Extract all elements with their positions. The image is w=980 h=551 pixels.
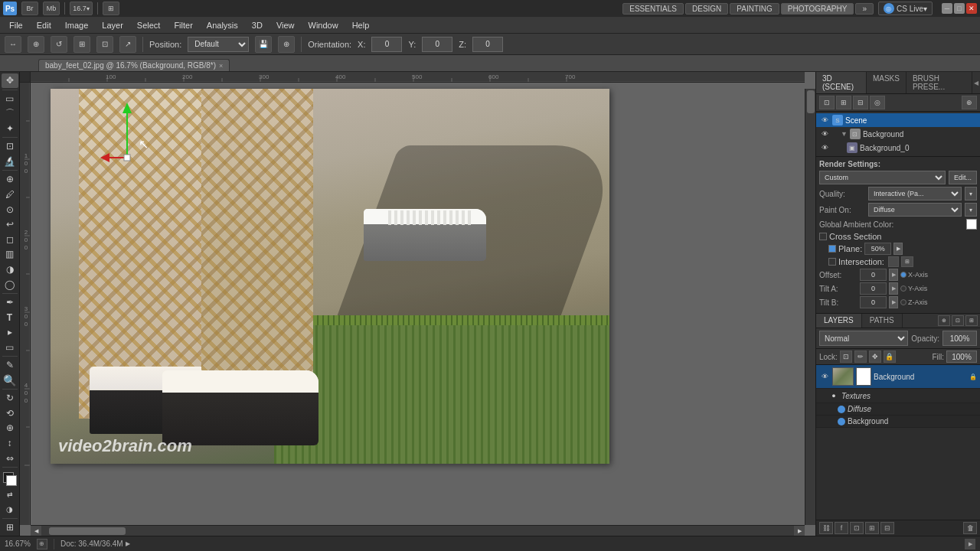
menu-layer[interactable]: Layer <box>96 19 129 31</box>
ambient-color-swatch[interactable] <box>966 219 977 230</box>
tab-3d-scene[interactable]: 3D (SCENE) <box>816 72 867 93</box>
scene-tool-4[interactable]: ◎ <box>870 96 885 109</box>
scene-tool-1[interactable]: ⊡ <box>819 96 835 109</box>
menu-view[interactable]: View <box>270 19 301 31</box>
add-mask-btn[interactable]: ⊡ <box>850 522 864 534</box>
layer-visibility-eye[interactable]: 👁 <box>819 371 830 382</box>
screen-mode-button[interactable]: ⊞ <box>2 520 18 534</box>
intersection-color[interactable] <box>888 256 899 267</box>
y-axis-radio[interactable]: Y-Axis <box>900 285 927 292</box>
foreground-color[interactable] <box>2 471 18 485</box>
arrangement-button[interactable]: 16.7 ▾ <box>70 2 93 15</box>
scene-tool-5[interactable]: ⊕ <box>962 96 977 109</box>
tab-paths[interactable]: PATHS <box>862 314 903 328</box>
tab-close[interactable]: × <box>219 62 223 70</box>
plane-checkbox[interactable] <box>828 245 836 253</box>
cs-live-button[interactable]: ◎ CS Live▾ <box>878 2 933 15</box>
scene-arrow-bg[interactable]: ▼ <box>841 130 848 138</box>
doc-size-arrow[interactable]: ▶ <box>126 540 130 547</box>
rotate-3d-tool[interactable]: ↻ <box>2 391 18 406</box>
lock-position-btn[interactable]: ✥ <box>869 350 881 363</box>
essentials-button[interactable]: ESSENTIALS <box>622 3 684 15</box>
menu-edit[interactable]: Edit <box>31 19 57 31</box>
menu-analysis[interactable]: Analysis <box>201 19 244 31</box>
menu-3d[interactable]: 3D <box>246 19 269 31</box>
clone-tool[interactable]: ⊙ <box>2 202 18 217</box>
plane-value-input[interactable] <box>864 243 891 255</box>
sub-item-diffuse[interactable]: Diffuse <box>816 403 980 416</box>
minimize-button[interactable]: ─ <box>942 3 952 14</box>
options-btn-extra[interactable]: ⊕ <box>278 36 295 53</box>
plane-increment[interactable]: ▶ <box>893 243 903 255</box>
quality-arrow[interactable]: ▾ <box>965 187 977 201</box>
canvas-scrollbar-vertical[interactable] <box>805 89 815 525</box>
menu-help[interactable]: Help <box>346 19 376 31</box>
eyedropper-tool[interactable]: 🔬 <box>2 155 18 169</box>
save-position-btn[interactable]: 💾 <box>255 36 272 53</box>
z-axis-radio[interactable]: Z-Axis <box>900 298 928 306</box>
zoom-tool[interactable]: 🔍 <box>2 373 18 388</box>
tilt-b-input[interactable] <box>860 296 887 308</box>
scene-tool-2[interactable]: ⊞ <box>836 96 851 109</box>
note-tool[interactable]: ✎ <box>2 358 18 373</box>
mini-bridge-button[interactable]: Mb <box>43 2 60 15</box>
tilt-a-increment[interactable]: ▶ <box>889 282 898 295</box>
new-group-btn[interactable]: ⊞ <box>865 522 879 534</box>
intersection-checkbox[interactable] <box>828 258 836 266</box>
layer-item-background[interactable]: 👁 Background 🔒 <box>816 365 980 389</box>
fill-input[interactable] <box>946 350 977 363</box>
history-brush-tool[interactable]: ↩ <box>2 217 18 232</box>
3d-tool-3[interactable]: ⊕ <box>2 421 18 435</box>
position-select[interactable]: Default <box>188 37 249 52</box>
eraser-tool[interactable]: ◻ <box>2 232 18 246</box>
workspace-button[interactable]: ⊞ <box>103 2 119 15</box>
scroll-right-btn[interactable]: ▶ <box>794 526 805 536</box>
layers-3d-icon[interactable]: ⊡ <box>952 315 964 326</box>
scene-item-scene[interactable]: 👁 S Scene <box>816 113 980 127</box>
menu-file[interactable]: File <box>3 19 29 31</box>
scroll-thumb-vertical[interactable] <box>807 90 815 113</box>
new-layer-btn[interactable]: ⊟ <box>880 522 894 534</box>
layer-lock-icon[interactable]: 🔒 <box>969 373 977 380</box>
layers-camera-icon[interactable]: ⊕ <box>938 315 950 326</box>
document-tab[interactable]: baby_feet_02.jpg @ 16.7% (Background, RG… <box>38 59 230 71</box>
textures-eye[interactable]: ● <box>828 390 839 401</box>
shape-tool[interactable]: ▭ <box>2 340 18 354</box>
scroll-left-btn[interactable]: ◀ <box>31 526 41 536</box>
x-axis-radio[interactable]: X-Axis <box>900 271 928 279</box>
tool-options-btn-3[interactable]: ↺ <box>51 36 67 53</box>
blend-mode-select[interactable]: Normal <box>819 331 908 346</box>
brush-tool[interactable]: 🖊 <box>2 187 18 202</box>
painting-button[interactable]: PAINTING <box>730 3 779 15</box>
quick-mask-button[interactable]: ◑ <box>2 502 18 517</box>
delete-layer-btn[interactable]: 🗑 <box>963 522 977 534</box>
eye-icon-background-0[interactable]: 👁 <box>819 142 830 153</box>
tool-options-btn-6[interactable]: ↗ <box>119 36 136 53</box>
render-edit-btn[interactable]: Edit... <box>949 171 977 184</box>
tool-options-btn-5[interactable]: ⊡ <box>96 36 113 53</box>
paint-on-arrow[interactable]: ▾ <box>965 203 977 217</box>
h-scroll-arrow[interactable]: ▶ <box>965 539 975 549</box>
3d-tool-2[interactable]: ⟲ <box>2 406 18 421</box>
intersection-menu[interactable]: ⊞ <box>901 256 913 267</box>
tool-options-btn-1[interactable]: ↔ <box>5 36 21 53</box>
add-style-btn[interactable]: f <box>835 522 848 534</box>
eye-icon-scene[interactable]: 👁 <box>819 115 830 126</box>
tab-brush-preset[interactable]: BRUSH PRESE... <box>906 72 972 93</box>
quality-select[interactable]: Interactive (Pa... <box>868 187 962 201</box>
render-preset-select[interactable]: Custom <box>819 171 946 184</box>
close-button[interactable]: ✕ <box>966 3 977 14</box>
paint-on-select[interactable]: Diffuse <box>868 203 962 217</box>
design-button[interactable]: DESIGN <box>685 3 728 15</box>
magic-wand-tool[interactable]: ✦ <box>2 122 18 136</box>
layers-sort-icon[interactable]: ⊞ <box>965 315 978 326</box>
path-select-tool[interactable]: ▸ <box>2 325 18 340</box>
lock-transparent-btn[interactable]: ⊡ <box>840 350 852 363</box>
zoom-options-btn[interactable]: ⊕ <box>37 539 47 549</box>
move-tool[interactable]: ✥ <box>2 73 18 88</box>
scene-tool-3[interactable]: ⊟ <box>853 96 868 109</box>
lock-all-btn[interactable]: 🔒 <box>884 350 896 363</box>
scroll-thumb-horizontal[interactable] <box>49 527 126 535</box>
cross-section-checkbox[interactable] <box>819 233 827 240</box>
menu-select[interactable]: Select <box>131 19 167 31</box>
